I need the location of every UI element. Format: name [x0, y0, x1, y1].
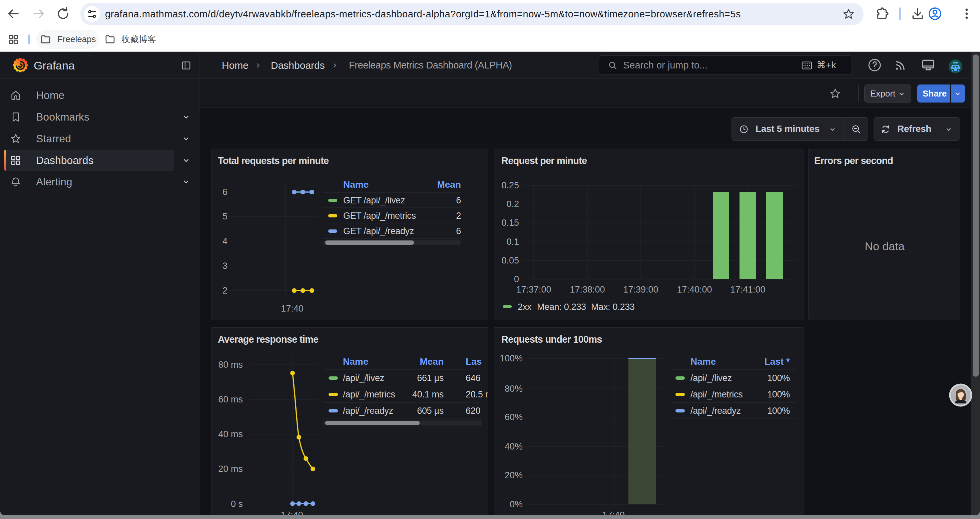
svg-text:40 ms: 40 ms [218, 429, 243, 439]
svg-text:3: 3 [223, 261, 228, 271]
svg-text:60%: 60% [505, 412, 523, 422]
svg-text:Name: Name [343, 356, 368, 367]
svg-text:6: 6 [456, 195, 461, 205]
svg-text:0.15: 0.15 [501, 218, 519, 228]
svg-text:/api/_/metrics: /api/_/metrics [343, 390, 395, 399]
svg-text:0.25: 0.25 [501, 180, 519, 190]
svg-text:GET /api/_/metrics: GET /api/_/metrics [343, 211, 416, 221]
svg-text:0.05: 0.05 [501, 256, 519, 265]
svg-text:0%: 0% [510, 499, 523, 509]
svg-text:100%: 100% [767, 390, 790, 399]
svg-text:2xx: 2xx [518, 302, 532, 312]
svg-text:/api/_/readyz: /api/_/readyz [343, 406, 393, 416]
svg-text:2: 2 [456, 211, 461, 221]
svg-text:Name: Name [343, 179, 369, 190]
svg-text:Mean: Mean [437, 179, 461, 190]
svg-text:80 ms: 80 ms [218, 360, 243, 370]
svg-text:Mean: 0.233: Mean: 0.233 [537, 302, 586, 312]
svg-text:20%: 20% [505, 470, 523, 480]
svg-text:605 µs: 605 µs [417, 406, 444, 416]
svg-text:Las: Las [466, 356, 482, 367]
svg-text:620: 620 [466, 406, 480, 416]
svg-text:17:40: 17:40 [281, 303, 304, 314]
svg-text:0.1: 0.1 [506, 237, 519, 247]
svg-text:40.1 ms: 40.1 ms [412, 390, 444, 399]
svg-text:2: 2 [223, 286, 228, 295]
svg-text:17:40: 17:40 [280, 510, 303, 515]
svg-text:80%: 80% [505, 384, 523, 394]
svg-text:/api/_/livez: /api/_/livez [343, 373, 384, 383]
svg-text:/api/_/readyz: /api/_/readyz [690, 406, 741, 416]
svg-text:GET /api/_/livez: GET /api/_/livez [343, 195, 405, 205]
svg-text:661 µs: 661 µs [417, 373, 444, 383]
svg-text:6: 6 [223, 187, 228, 197]
svg-text:17:38:00: 17:38:00 [570, 284, 605, 295]
svg-text:60 ms: 60 ms [218, 394, 243, 404]
svg-text:5: 5 [223, 211, 228, 222]
svg-text:GET /api/_/readyz: GET /api/_/readyz [343, 226, 414, 236]
svg-text:0 s: 0 s [231, 499, 243, 509]
svg-text:Mean: Mean [420, 356, 444, 367]
svg-text:100%: 100% [500, 353, 523, 363]
svg-text:Name: Name [690, 356, 716, 367]
svg-text:100%: 100% [767, 373, 790, 383]
svg-text:Max: 0.233: Max: 0.233 [591, 302, 635, 312]
svg-text:40%: 40% [505, 442, 523, 452]
svg-text:/api/_/metrics: /api/_/metrics [690, 390, 743, 399]
svg-text:0: 0 [514, 274, 519, 284]
svg-text:17:37:00: 17:37:00 [516, 284, 551, 295]
svg-text:4: 4 [223, 236, 228, 246]
svg-text:17:40: 17:40 [602, 510, 625, 515]
svg-text:/api/_/livez: /api/_/livez [690, 373, 732, 383]
svg-text:100%: 100% [767, 406, 790, 416]
svg-text:Last *: Last * [765, 356, 790, 367]
svg-text:17:39:00: 17:39:00 [623, 284, 658, 295]
svg-text:0.2: 0.2 [506, 199, 519, 209]
svg-text:17:41:00: 17:41:00 [730, 284, 765, 295]
svg-text:646: 646 [466, 373, 480, 383]
svg-text:6: 6 [456, 226, 461, 236]
svg-text:17:40:00: 17:40:00 [677, 284, 712, 295]
svg-text:20 ms: 20 ms [218, 464, 243, 474]
svg-text:20.5 n: 20.5 n [466, 390, 488, 399]
